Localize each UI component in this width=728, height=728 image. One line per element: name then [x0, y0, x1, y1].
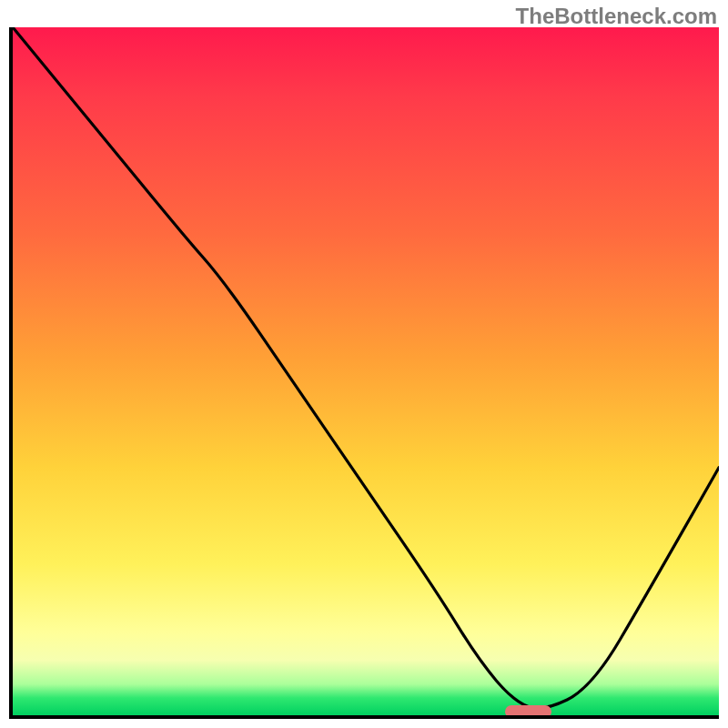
- watermark-text: TheBottleneck.com: [516, 4, 717, 29]
- chart-curve-path: [13, 27, 719, 708]
- chart-plot-area: [13, 27, 719, 715]
- chart-marker-pill: [505, 705, 551, 715]
- chart-curve: [13, 27, 719, 715]
